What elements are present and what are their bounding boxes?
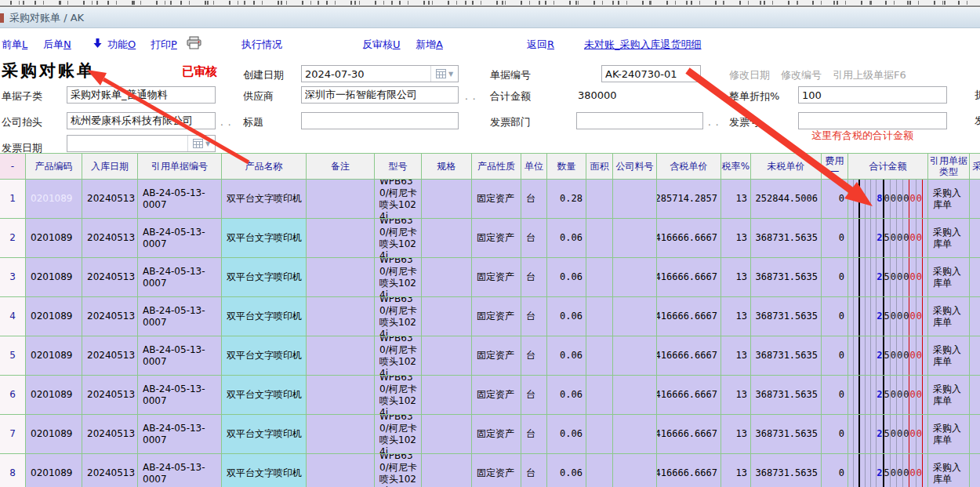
cell-taxed-price[interactable]: 285714.2857 [657, 180, 721, 219]
cell-product-name[interactable]: 双平台文字喷印机 [222, 258, 307, 297]
cell-taxed-price[interactable]: 416666.6667 [657, 219, 721, 258]
calendar-icon[interactable]: ▼ [187, 136, 215, 151]
cell-tax-rate[interactable]: 13 [721, 219, 751, 258]
supplier-input[interactable] [301, 86, 459, 104]
header-cell-area[interactable]: 面积 [586, 154, 613, 180]
cell-ref-type[interactable]: 采购入库单 [928, 415, 970, 454]
cell-nature[interactable]: 固定资产 [472, 376, 521, 415]
discount-input[interactable] [798, 86, 947, 104]
cell-inbound-date[interactable]: 20240513 [82, 415, 138, 454]
exec-status-button[interactable]: 执行情况 [241, 38, 282, 52]
cell-remark[interactable] [307, 180, 375, 219]
row-number[interactable]: 5 [0, 336, 26, 376]
cell-extra[interactable] [970, 454, 980, 487]
cell-untaxed-price[interactable]: 368731.5635 [751, 336, 822, 376]
printer-icon[interactable] [187, 36, 202, 50]
cell-nature[interactable]: 固定资产 [472, 180, 521, 219]
cell-model[interactable]: WPB630/柯尼卡喷头1024i [375, 376, 422, 415]
cell-amount[interactable]: 2500000 [848, 336, 928, 376]
cell-area[interactable] [586, 415, 613, 454]
cell-qty[interactable]: 0.06 [547, 219, 586, 258]
cell-amount[interactable]: 2500000 [848, 454, 928, 487]
back-button[interactable]: 返回R [527, 38, 554, 52]
cell-ref-type[interactable]: 采购入库单 [928, 297, 970, 336]
cell-qty[interactable]: 0.06 [547, 336, 586, 376]
cell-fee1[interactable]: 0 [822, 415, 848, 454]
cell-spec[interactable] [422, 258, 472, 297]
cell-area[interactable] [586, 219, 613, 258]
cell-remark[interactable] [307, 258, 375, 297]
prev-doc-button[interactable]: 前单L [2, 38, 27, 52]
header-cell-qty[interactable]: 数量 [547, 154, 586, 180]
cell-amount[interactable]: 2500000 [848, 258, 928, 297]
cell-nature[interactable]: 固定资产 [472, 415, 521, 454]
row-number[interactable]: 4 [0, 297, 26, 336]
cell-fee1[interactable]: 0 [822, 219, 848, 258]
cell-area[interactable] [586, 180, 613, 219]
doc-no-input[interactable] [601, 65, 701, 82]
cell-qty[interactable]: 0.06 [547, 454, 586, 487]
cell-extra[interactable] [970, 297, 980, 336]
cell-ref-doc-no[interactable]: AB-24-05-13-0007 [138, 376, 222, 415]
cell-unit[interactable]: 台 [521, 297, 547, 336]
cell-untaxed-price[interactable]: 368731.5635 [751, 297, 822, 336]
meta-links[interactable]: 修改日期修改编号引用上级单据F6 [729, 68, 917, 82]
header-cell-spec[interactable]: 规格 [422, 154, 472, 180]
cell-tax-rate[interactable]: 13 [721, 376, 751, 415]
cell-untaxed-price[interactable]: 368731.5635 [751, 376, 822, 415]
cell-amount[interactable]: 2500000 [848, 297, 928, 336]
cell-product-code[interactable]: 0201089 [26, 376, 82, 415]
header-cell-extra[interactable]: 采 [970, 154, 980, 180]
cell-model[interactable]: WPB630/柯尼卡喷头1024i [375, 336, 422, 376]
cell-taxed-price[interactable]: 416666.6667 [657, 415, 721, 454]
header-cell-ref-type[interactable]: 引用单据类型 [928, 154, 970, 180]
cell-model[interactable]: WPB630/柯尼卡喷头1024i [375, 258, 422, 297]
cell-product-name[interactable]: 双平台文字喷印机 [222, 180, 307, 219]
cell-spec[interactable] [422, 336, 472, 376]
cell-tax-rate[interactable]: 13 [721, 297, 751, 336]
cell-inbound-date[interactable]: 20240513 [82, 336, 138, 376]
company-lookup-dots[interactable]: . . [220, 117, 231, 128]
cell-spec[interactable] [422, 454, 472, 487]
cell-spec[interactable] [422, 376, 472, 415]
cell-area[interactable] [586, 258, 613, 297]
subject-input[interactable] [301, 112, 459, 129]
cell-taxed-price[interactable]: 416666.6667 [657, 258, 721, 297]
cell-company-no[interactable] [613, 219, 657, 258]
cell-remark[interactable] [307, 415, 375, 454]
cell-amount[interactable]: 8000000 [848, 180, 928, 219]
cell-ref-doc-no[interactable]: AB-24-05-13-0007 [138, 180, 222, 219]
header-row-number[interactable]: - [0, 154, 26, 180]
cell-product-name[interactable]: 双平台文字喷印机 [222, 415, 307, 454]
unreconciled-detail-link[interactable]: 未对账_采购入库退货明细 [584, 38, 702, 52]
cell-remark[interactable] [307, 336, 375, 376]
cell-nature[interactable]: 固定资产 [472, 336, 521, 376]
cell-ref-doc-no[interactable]: AB-24-05-13-0007 [138, 415, 222, 454]
invoice-no-input[interactable] [798, 112, 947, 129]
cell-product-code[interactable]: 0201089 [26, 297, 82, 336]
cell-untaxed-price[interactable]: 368731.5635 [751, 219, 822, 258]
cell-product-name[interactable]: 双平台文字喷印机 [222, 454, 307, 487]
cell-spec[interactable] [422, 415, 472, 454]
functions-button[interactable]: 功能O [107, 38, 136, 52]
cell-inbound-date[interactable]: 20240513 [82, 219, 138, 258]
row-number[interactable]: 8 [0, 454, 26, 487]
cell-qty[interactable]: 0.06 [547, 258, 586, 297]
cell-tax-rate[interactable]: 13 [721, 454, 751, 487]
header-cell-ref-doc-no[interactable]: 引用单据编号 [138, 154, 222, 180]
cell-qty[interactable]: 0.28 [547, 180, 586, 219]
cell-model[interactable]: WPB630/柯尼卡喷头1024i [375, 219, 422, 258]
cell-company-no[interactable] [613, 180, 657, 219]
cell-area[interactable] [586, 297, 613, 336]
print-button[interactable]: 打印P [151, 38, 177, 52]
header-cell-untaxed-price[interactable]: 未税单价 [751, 154, 822, 180]
cell-product-code[interactable]: 0201089 [26, 336, 82, 376]
header-cell-product-name[interactable]: 产品名称 [222, 154, 307, 180]
cell-area[interactable] [586, 336, 613, 376]
cell-model[interactable]: WPB630/柯尼卡喷头1024i [375, 297, 422, 336]
cell-taxed-price[interactable]: 416666.6667 [657, 297, 721, 336]
header-cell-nature[interactable]: 产品性质 [472, 154, 521, 180]
cell-unit[interactable]: 台 [521, 454, 547, 487]
supplier-lookup-dots[interactable]: . . [465, 91, 476, 102]
next-doc-button[interactable]: 后单N [43, 38, 71, 52]
